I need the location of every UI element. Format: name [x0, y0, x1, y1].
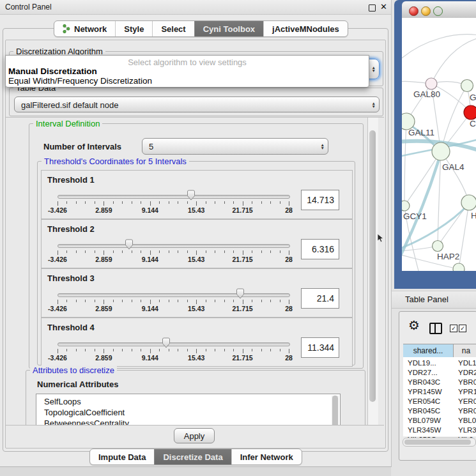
cell-name: YER0 — [458, 397, 476, 405]
attributes-listbox[interactable]: SelfLoopsTopologicalCoefficientBetweenne… — [36, 394, 341, 426]
vscroll-thumb[interactable] — [369, 130, 376, 402]
table-header-2[interactable]: na — [454, 344, 476, 357]
cell-shared-name: YBR043C — [408, 378, 440, 386]
close-traffic-light[interactable] — [409, 6, 418, 16]
network-node-pale[interactable] — [432, 142, 450, 160]
threshold-label: Threshold 2 — [47, 224, 95, 234]
slider-scale-labels: -3.4262.8599.14415.4321.71528 — [58, 206, 289, 215]
tab-select[interactable]: Select — [152, 21, 194, 36]
settings-scroll-area: Interval Definition Number of Intervals … — [6, 117, 384, 426]
table-panel-body: ⚙ ✓ ✓ shared...na YDL19...YDL1YDR27...YD… — [399, 311, 476, 461]
popup-option-manual[interactable]: Manual Discretization — [8, 66, 97, 76]
cell-shared-name: YBL079W — [408, 417, 441, 424]
checkbox-icon-2[interactable]: ✓ — [459, 325, 466, 332]
table-row[interactable]: YDL19...YDL1 — [403, 358, 476, 368]
table-row[interactable]: YPR145WYPR1 — [403, 387, 476, 397]
list-scrollbar[interactable] — [332, 395, 339, 426]
network-node-pale[interactable] — [433, 241, 443, 252]
tab-infer-network[interactable]: Infer Network — [231, 449, 302, 464]
apply-label: Apply — [184, 431, 205, 441]
slider-track[interactable] — [58, 244, 290, 248]
table-row[interactable]: YLR345WYLR3 — [403, 426, 476, 435]
tab-impute-data[interactable]: Impute Data — [90, 449, 154, 464]
stepper-icon: ▲▼ — [372, 66, 376, 72]
network-node-pale[interactable] — [461, 80, 473, 92]
cell-shared-name: YDL19... — [408, 359, 436, 367]
network-node-red[interactable] — [464, 105, 476, 119]
network-graph — [402, 18, 476, 271]
cell-shared-name: YBR045C — [408, 407, 440, 415]
slider-track[interactable] — [58, 342, 290, 346]
settings-vertical-scrollbar[interactable] — [367, 118, 378, 425]
node-label-c: C — [470, 119, 476, 128]
table-row[interactable]: YBR045CYBR0 — [403, 406, 476, 416]
tab-style[interactable]: Style — [115, 21, 152, 36]
table-row[interactable]: YBR043CYBR0 — [403, 378, 476, 387]
gray-edge — [404, 151, 441, 206]
threshold-value-field[interactable]: 14.713 — [301, 190, 339, 210]
table-row[interactable]: YER054CYER0 — [403, 397, 476, 406]
apply-button[interactable]: Apply — [174, 428, 215, 443]
tab-label: Impute Data — [98, 452, 146, 462]
popup-placeholder-item[interactable]: Select algorithm to view settings — [6, 58, 369, 67]
slider-scale-labels: -3.4262.8599.14415.4321.71528 — [58, 305, 289, 313]
cyni-mode-tabs: Impute DataDiscretize DataInfer Network — [89, 449, 302, 465]
table-horizontal-scrollbar[interactable] — [403, 438, 476, 447]
cell-shared-name: YER054C — [408, 397, 440, 405]
slider-scale-labels: -3.4262.8599.14415.4321.71528 — [58, 256, 289, 264]
thresholds-group: Threshold's Coordinates for 5 Intervals … — [37, 161, 355, 365]
network-window-titlebar[interactable] — [402, 1, 476, 19]
network-node-pale[interactable] — [453, 263, 464, 271]
threshold-value-field[interactable]: 11.344 — [301, 337, 339, 358]
tab-network[interactable]: Network — [54, 21, 115, 36]
node-label-gal4: GAL4 — [442, 162, 464, 172]
table-data-combobox[interactable]: galFiltered.sif default node ▲▼ — [14, 96, 380, 112]
attribute-item[interactable]: TopologicalCoefficient — [44, 408, 125, 417]
attribute-item[interactable]: SelfLoops — [44, 397, 81, 406]
attribute-item[interactable]: BetweennessCentrality — [44, 418, 129, 426]
slider-ticks — [58, 250, 289, 256]
gray-edge — [431, 38, 476, 84]
attributes-group-title: Attributes to discretize — [30, 365, 117, 375]
threshold-label: Threshold 3 — [47, 273, 95, 283]
float-window-icon[interactable] — [369, 4, 376, 12]
gear-icon[interactable]: ⚙ — [408, 318, 420, 333]
tab-label: Discretize Data — [163, 452, 222, 462]
zoom-traffic-light[interactable] — [433, 6, 443, 16]
checkbox-icon-1[interactable]: ✓ — [450, 325, 457, 332]
threshold-panel-2: Threshold 2-3.4262.8599.14415.4321.71528… — [41, 219, 353, 268]
minimize-traffic-light[interactable] — [421, 6, 431, 16]
num-intervals-label: Number of Intervals — [43, 142, 121, 151]
interval-definition-group: Interval Definition Number of Intervals … — [29, 123, 364, 369]
popup-option-equal-width[interactable]: Equal Width/Frequency Discretization — [8, 76, 152, 86]
slider-track[interactable] — [58, 293, 290, 297]
slider-thumb[interactable] — [161, 337, 171, 351]
slider-thumb[interactable] — [186, 190, 196, 204]
threshold-value-field[interactable]: 6.316 — [301, 239, 339, 259]
slider-track[interactable] — [58, 195, 290, 199]
control-panel-titlebar: Control Panel ✕ — [0, 0, 391, 15]
table-row[interactable]: YBL079WYBL0 — [403, 416, 476, 426]
network-node-pale[interactable] — [461, 195, 476, 210]
tab-label: Network — [74, 24, 107, 34]
algorithm-dropdown-popup: Select algorithm to view settings Manual… — [5, 55, 369, 88]
table-header-1[interactable]: shared... — [403, 344, 454, 357]
network-canvas[interactable]: GAL80GCGAL11GAL4GCY1HHAP2 — [402, 18, 476, 271]
slider-thumb[interactable] — [124, 239, 134, 253]
num-intervals-combobox[interactable]: 5 ▲▼ — [142, 138, 328, 155]
column-view-icon[interactable] — [429, 323, 442, 334]
threshold-value-field[interactable]: 21.4 — [301, 288, 339, 309]
network-node-pink[interactable] — [426, 78, 437, 89]
table-row[interactable]: YDR27...YDR2 — [403, 368, 476, 378]
slider-thumb[interactable] — [235, 288, 245, 302]
network-node-pale[interactable] — [402, 201, 410, 211]
cell-name: YLR3 — [458, 426, 476, 434]
node-label-gal80: GAL80 — [413, 89, 440, 99]
tab-cyni-toolbox[interactable]: Cyni Toolbox — [194, 21, 263, 36]
list-scroll-thumb[interactable] — [332, 395, 338, 426]
tab-jactivemnodules[interactable]: jActiveMNodules — [263, 21, 348, 36]
close-icon[interactable]: ✕ — [380, 2, 387, 12]
tab-discretize-data[interactable]: Discretize Data — [154, 449, 231, 464]
hscroll-thumb[interactable] — [404, 440, 471, 445]
cell-name: YDL1 — [458, 359, 476, 367]
